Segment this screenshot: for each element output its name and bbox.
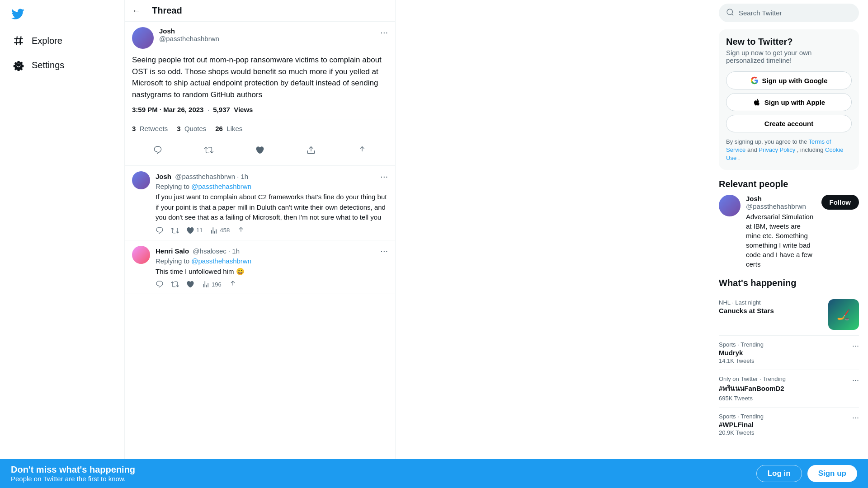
reply-body-0: If you just want to complain about C2 fr… <box>156 192 388 223</box>
trending-image-0: 🏒 <box>828 299 859 330</box>
create-account-button[interactable]: Create account <box>726 115 852 132</box>
reply-header-1: Henri Salo @hsalosec · 1h ··· <box>156 246 388 256</box>
reply-like-0[interactable]: 11 <box>186 226 203 235</box>
reply-share-0[interactable] <box>237 226 245 235</box>
gear-icon <box>13 59 24 71</box>
trending-meta-3: Sports · Trending <box>719 413 852 420</box>
trending-count-1: 14.1K Tweets <box>719 357 852 364</box>
bottom-login-label: Log in <box>768 469 791 478</box>
like-button[interactable] <box>252 142 268 158</box>
reply-body-1: This time I unfollowed him 😄 <box>156 267 388 277</box>
trending-item-0-text: NHL · Last night Canucks at Stars <box>719 299 774 315</box>
reply-avatar-1[interactable] <box>132 246 150 264</box>
reply-views-1[interactable]: 196 <box>202 280 222 288</box>
reply-likes-count-0: 11 <box>196 227 203 234</box>
search-input[interactable] <box>739 9 852 17</box>
reply-button[interactable] <box>150 142 166 158</box>
follow-button[interactable]: Follow <box>821 195 859 210</box>
bookmark-button[interactable] <box>303 142 319 158</box>
new-to-twitter-title: New to Twitter? <box>726 37 852 47</box>
reply-to-0: Replying to @passthehashbrwn <box>156 183 388 190</box>
google-icon <box>750 76 759 84</box>
thread-title: Thread <box>152 5 182 16</box>
tweet-timestamp: 3:59 PM · Mar 26, 2023 <box>132 106 203 113</box>
back-button[interactable]: ← <box>132 5 141 16</box>
relevant-people-title: Relevant people <box>719 179 859 189</box>
privacy-policy-link[interactable]: Privacy Policy <box>759 146 795 153</box>
reply-comment-0[interactable] <box>156 226 164 235</box>
reply-avatar-0[interactable] <box>132 171 150 189</box>
hashtag-icon <box>13 35 24 47</box>
likes-count: 26 <box>215 125 223 132</box>
quotes-label: Quotes <box>184 125 206 132</box>
signup-google-label: Sign up with Google <box>762 77 828 84</box>
trending-item-0[interactable]: NHL · Last night Canucks at Stars 🏒 <box>719 294 859 336</box>
reply-share-1[interactable] <box>229 280 237 288</box>
trending-item-3[interactable]: Sports · Trending #WPLFinal 20.9K Tweets… <box>719 408 859 441</box>
reply-content-1: Henri Salo @hsalosec · 1h ··· Replying t… <box>156 246 388 289</box>
trending-item-2[interactable]: Only on Twitter · Trending #พริแนนFanBoo… <box>719 370 859 408</box>
new-to-twitter-subtitle: Sign up now to get your own personalized… <box>726 49 852 64</box>
trending-more-2[interactable]: ··· <box>852 375 859 385</box>
reply-like-1[interactable] <box>186 280 194 288</box>
bottom-signup-button[interactable]: Sign up <box>807 465 857 482</box>
thread-header: ← Thread <box>125 0 395 22</box>
reply-tweet-0: Josh @passthehashbrwn · 1h ··· Replying … <box>125 166 395 240</box>
reply-to-link-0[interactable]: @passthehashbrwn <box>191 183 251 190</box>
reply-more-button-0[interactable]: ··· <box>380 171 388 182</box>
reply-views-count-0: 458 <box>220 227 230 234</box>
reply-author-1: Henri Salo @hsalosec · 1h <box>156 247 240 255</box>
trending-more-3[interactable]: ··· <box>852 413 859 422</box>
search-icon <box>726 8 734 18</box>
reply-to-link-1[interactable]: @passthehashbrwn <box>191 257 251 265</box>
likes-stat: 26 Likes <box>215 125 242 132</box>
bottom-bar-buttons: Log in Sign up <box>756 465 857 482</box>
bottom-bar-main-text: Don't miss what's happening <box>11 465 135 475</box>
trending-meta-1: Sports · Trending <box>719 341 852 348</box>
trending-topic-2: #พริแนนFanBoomD2 <box>719 383 852 394</box>
tweet-author-row: Josh @passthehashbrwn ··· <box>132 27 388 49</box>
reply-retweet-1[interactable] <box>171 280 179 288</box>
relevant-person-name: Josh <box>746 195 816 202</box>
reply-retweet-0[interactable] <box>171 226 179 235</box>
signup-apple-button[interactable]: Sign up with Apple <box>726 93 852 111</box>
bottom-bar-text: Don't miss what's happening People on Tw… <box>11 465 135 483</box>
reply-more-button-1[interactable]: ··· <box>380 246 388 256</box>
search-box[interactable] <box>719 4 859 22</box>
twitter-logo[interactable] <box>5 2 30 28</box>
main-tweet: Josh @passthehashbrwn ··· Seeing people … <box>125 22 395 166</box>
terms-text: By signing up, you agree to the Terms of… <box>726 138 852 163</box>
reply-comment-1[interactable] <box>156 280 164 288</box>
reply-actions-0: 11 458 <box>156 226 388 235</box>
relevant-person-bio: Adversarial Simulation at IBM, tweets ar… <box>746 212 816 269</box>
trending-count-3: 20.9K Tweets <box>719 429 852 436</box>
reply-content-0: Josh @passthehashbrwn · 1h ··· Replying … <box>156 171 388 235</box>
likes-label: Likes <box>226 125 242 132</box>
tweet-body: Seeing people trot out mom-n-pop ransomw… <box>132 54 388 100</box>
trending-item-3-content: Sports · Trending #WPLFinal 20.9K Tweets <box>719 413 852 436</box>
retweet-button[interactable] <box>201 142 217 158</box>
trending-item-1[interactable]: Sports · Trending Mudryk 14.1K Tweets ··… <box>719 336 859 370</box>
tweet-more-button[interactable]: ··· <box>380 27 388 38</box>
relevant-person-row: Josh @passthehashbrwn Adversarial Simula… <box>719 195 859 269</box>
tweet-author-avatar[interactable] <box>132 27 154 49</box>
quotes-stat: 3 Quotes <box>177 125 206 132</box>
sidebar-item-settings-label: Settings <box>32 60 64 70</box>
right-sidebar: New to Twitter? Sign up now to get your … <box>710 0 868 488</box>
relevant-person-avatar[interactable] <box>719 195 741 216</box>
share-button[interactable] <box>354 142 370 158</box>
twitter-bird-icon <box>11 7 24 21</box>
tweet-actions <box>132 140 388 160</box>
reply-views-0[interactable]: 458 <box>210 226 230 235</box>
whats-happening-title: What's happening <box>719 278 859 288</box>
bottom-login-button[interactable]: Log in <box>756 465 802 482</box>
create-account-label: Create account <box>764 120 813 127</box>
trending-topic-0: Canucks at Stars <box>719 307 774 314</box>
sidebar-item-explore[interactable]: Explore <box>5 29 119 52</box>
sidebar-item-settings[interactable]: Settings <box>5 54 119 76</box>
reply-header-0: Josh @passthehashbrwn · 1h ··· <box>156 171 388 182</box>
new-to-twitter-widget: New to Twitter? Sign up now to get your … <box>719 29 859 170</box>
trending-item-2-content: Only on Twitter · Trending #พริแนนFanBoo… <box>719 375 852 402</box>
trending-more-1[interactable]: ··· <box>852 341 859 351</box>
signup-google-button[interactable]: Sign up with Google <box>726 71 852 89</box>
